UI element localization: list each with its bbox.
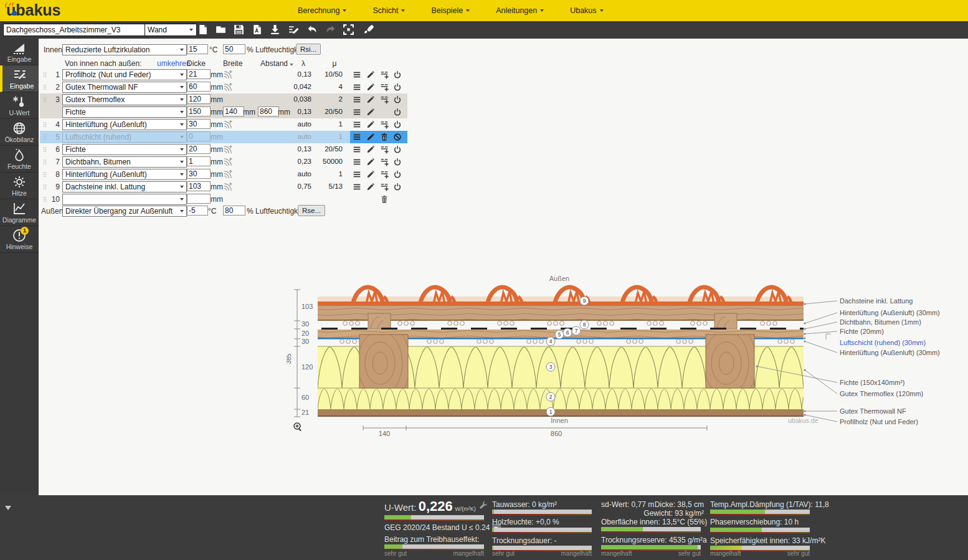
material-select[interactable]: Gutex Thermoflex	[62, 94, 187, 105]
sidebar-item-eingabe-2[interactable]: Eingabe	[0, 65, 39, 92]
drag-handle-icon[interactable]	[41, 183, 49, 191]
grain-direction-add-icon[interactable]	[223, 120, 232, 129]
material-select[interactable]: Fichte	[62, 144, 187, 155]
menu-berechnung[interactable]: Berechnung	[298, 6, 346, 15]
wrench-icon[interactable]	[478, 500, 487, 510]
drag-handle-icon[interactable]	[41, 145, 49, 154]
edit-layer-icon[interactable]	[366, 183, 375, 191]
grain-direction-add-icon[interactable]	[223, 169, 232, 179]
dicke-input[interactable]	[187, 107, 211, 116]
material-select[interactable]: Gutex Thermowall NF	[62, 82, 187, 93]
dicke-input[interactable]	[187, 69, 211, 79]
export-pdf-icon[interactable]	[251, 24, 263, 36]
umkehren-link[interactable]: umkehren	[157, 59, 190, 68]
innen-temp-input[interactable]	[187, 44, 208, 54]
dicke-input[interactable]	[187, 156, 211, 166]
edit-layer-icon[interactable]	[366, 83, 375, 92]
toggle-layer-icon[interactable]	[393, 145, 402, 154]
grain-direction-add-icon[interactable]	[223, 70, 232, 79]
edit-layer-icon[interactable]	[366, 108, 375, 116]
grain-direction-add-icon[interactable]	[223, 82, 232, 92]
material-select[interactable]: Hinterlüftung (Außenluft)	[62, 119, 187, 130]
drag-handle-icon[interactable]	[41, 170, 49, 179]
grain-direction-add-icon[interactable]	[223, 157, 232, 166]
layer-menu-icon[interactable]	[353, 170, 361, 179]
fit-view-icon[interactable]	[343, 24, 354, 36]
edit-layer-icon[interactable]	[366, 170, 375, 179]
split-layer-icon[interactable]	[380, 183, 389, 191]
toggle-layer-icon[interactable]	[393, 158, 402, 166]
new-document-icon[interactable]	[197, 24, 209, 36]
split-layer-icon[interactable]	[380, 145, 389, 154]
drag-handle-icon[interactable]	[41, 70, 49, 79]
construction-type-select[interactable]: Wand	[145, 24, 197, 36]
toggle-layer-icon[interactable]	[393, 95, 402, 104]
dicke-input[interactable]	[187, 169, 211, 179]
toggle-layer-icon[interactable]	[393, 83, 402, 92]
layer-menu-icon[interactable]	[353, 120, 361, 129]
redo-icon[interactable]	[325, 24, 336, 36]
toggle-layer-icon[interactable]	[393, 70, 402, 79]
dicke-input[interactable]	[187, 144, 211, 154]
rse-button[interactable]: Rse...	[298, 205, 325, 216]
sidebar-item-oekobilanz[interactable]: Ökobilanz	[0, 119, 39, 146]
material-select[interactable]: Dachsteine inkl. Lattung	[62, 181, 187, 192]
drag-handle-icon[interactable]	[41, 95, 49, 104]
material-select[interactable]: Luftschicht (ruhend)	[62, 131, 187, 143]
rename-icon[interactable]	[288, 24, 300, 36]
dicke-input[interactable]	[187, 119, 211, 129]
split-layer-icon[interactable]	[380, 170, 389, 179]
dicke-input[interactable]	[187, 181, 211, 191]
innen-humidity-input[interactable]	[223, 44, 245, 54]
edit-layer-icon[interactable]	[366, 158, 375, 166]
toggle-layer-icon[interactable]	[393, 183, 402, 191]
grain-direction-add-icon[interactable]	[223, 145, 232, 154]
layer-menu-icon[interactable]	[353, 183, 361, 191]
edit-layer-icon[interactable]	[366, 70, 375, 79]
aussen-temp-input[interactable]	[187, 206, 208, 216]
edit-layer-icon[interactable]	[366, 133, 375, 141]
sidebar-item-hinweise[interactable]: 1Hinweise	[0, 226, 39, 253]
zoom-in-icon[interactable]	[294, 423, 301, 431]
sidebar-item-hitze[interactable]: Hitze	[0, 173, 39, 199]
breite-input[interactable]	[223, 107, 244, 116]
material-select[interactable]	[62, 194, 187, 205]
sidebar-item-eingabe-1[interactable]: Eingabe	[0, 39, 39, 65]
dicke-input[interactable]	[187, 94, 211, 104]
drag-handle-icon[interactable]	[41, 133, 49, 141]
layer-menu-icon[interactable]	[353, 133, 361, 141]
menu-anleitungen[interactable]: Anleitungen	[496, 6, 544, 15]
split-layer-icon[interactable]	[380, 120, 389, 129]
edit-layer-icon[interactable]	[366, 95, 375, 104]
split-layer-icon[interactable]	[380, 95, 389, 104]
material-select[interactable]: Hinterlüftung (Außenluft)	[62, 169, 187, 180]
drag-handle-icon[interactable]	[41, 158, 49, 166]
layer-menu-icon[interactable]	[353, 95, 361, 104]
menu-beispiele[interactable]: Beispiele	[431, 6, 470, 15]
collapse-results-icon[interactable]	[5, 506, 11, 510]
toggle-layer-icon[interactable]	[393, 120, 402, 129]
dicke-input[interactable]	[187, 82, 211, 92]
edit-layer-icon[interactable]	[366, 120, 375, 129]
dicke-input[interactable]	[187, 131, 211, 141]
aussen-humidity-input[interactable]	[223, 206, 245, 216]
sidebar-item-diagramme[interactable]: Diagramme	[0, 199, 39, 226]
material-select[interactable]: Fichte	[62, 107, 187, 118]
style-brush-icon[interactable]	[362, 24, 374, 36]
innen-surface-select[interactable]: Reduzierte Luftzirkulation	[62, 44, 187, 55]
menu-ubakus[interactable]: Ubakus	[570, 6, 603, 15]
aussen-surface-select[interactable]: Direkter Übergang zur Außenluft	[62, 206, 187, 217]
drag-handle-icon[interactable]	[41, 83, 49, 92]
ubakus-logo[interactable]: ubakus	[6, 1, 61, 20]
toggle-layer-icon[interactable]	[393, 108, 402, 116]
rsi-button[interactable]: Rsi...	[296, 44, 321, 55]
undo-icon[interactable]	[306, 24, 318, 36]
split-layer-icon[interactable]	[380, 70, 389, 79]
material-select[interactable]: Profilholz (Nut und Feder)	[62, 69, 187, 80]
save-icon[interactable]	[233, 24, 245, 36]
split-layer-icon[interactable]	[380, 83, 389, 92]
layer-menu-icon[interactable]	[353, 83, 361, 92]
drag-handle-icon[interactable]	[41, 120, 49, 129]
sidebar-item-feuchte[interactable]: Feuchte	[0, 146, 39, 173]
split-layer-icon[interactable]	[380, 158, 389, 166]
